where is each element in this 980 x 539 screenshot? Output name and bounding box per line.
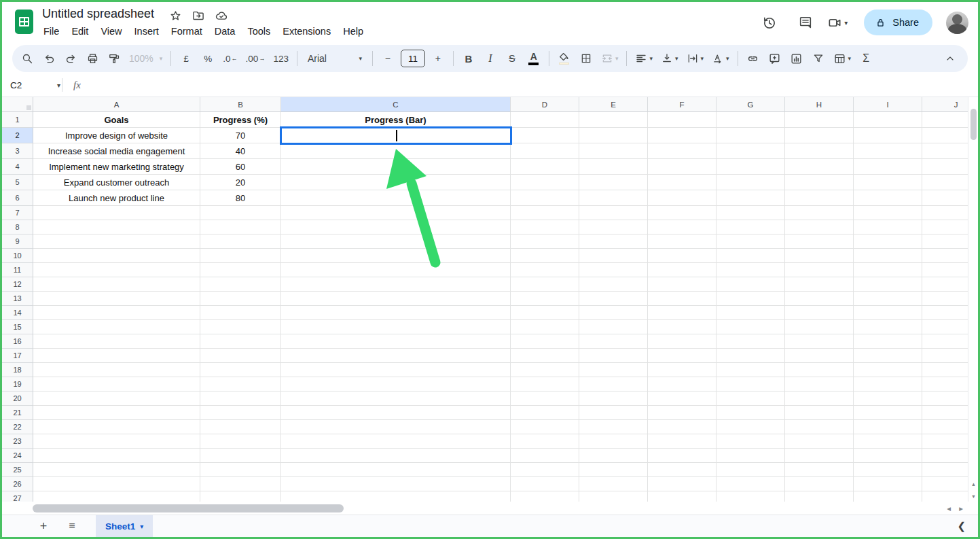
cell-A7[interactable] bbox=[33, 206, 200, 220]
cell-E15[interactable] bbox=[579, 320, 648, 334]
cell-F7[interactable] bbox=[648, 206, 716, 220]
row-header-6[interactable]: 6 bbox=[2, 190, 33, 206]
increase-font-size-button[interactable]: + bbox=[428, 48, 448, 69]
cell-F16[interactable] bbox=[648, 334, 716, 349]
cell-H9[interactable] bbox=[785, 234, 854, 249]
cell-B23[interactable] bbox=[200, 434, 281, 449]
cell-I22[interactable] bbox=[854, 420, 922, 434]
cell-I11[interactable] bbox=[854, 263, 922, 277]
row-header-7[interactable]: 7 bbox=[2, 206, 33, 220]
cell-D15[interactable] bbox=[511, 320, 579, 334]
cell-B7[interactable] bbox=[200, 206, 281, 220]
row-header-26[interactable]: 26 bbox=[2, 477, 33, 491]
cell-F20[interactable] bbox=[648, 392, 716, 406]
cell-D21[interactable] bbox=[511, 406, 579, 420]
cell-G19[interactable] bbox=[716, 377, 785, 392]
cell-B24[interactable] bbox=[200, 449, 281, 463]
cell-H18[interactable] bbox=[785, 363, 854, 377]
cell-D1[interactable] bbox=[511, 112, 579, 128]
cell-J5[interactable] bbox=[922, 175, 970, 190]
cell-G12[interactable] bbox=[716, 277, 785, 292]
select-all-corner[interactable] bbox=[2, 97, 33, 112]
format-currency-button[interactable]: £ bbox=[176, 48, 196, 69]
cell-E11[interactable] bbox=[579, 263, 648, 277]
cell-J10[interactable] bbox=[922, 249, 970, 263]
cell-A14[interactable] bbox=[33, 306, 200, 320]
row-header-23[interactable]: 23 bbox=[2, 434, 33, 449]
cell-F25[interactable] bbox=[648, 463, 716, 477]
cell-C8[interactable] bbox=[281, 220, 511, 234]
table-views-button[interactable]: ▾ bbox=[830, 48, 855, 69]
cell-I1[interactable] bbox=[854, 112, 922, 128]
row-header-2[interactable]: 2 bbox=[2, 128, 33, 143]
column-header-J[interactable]: J bbox=[922, 97, 970, 112]
row-header-5[interactable]: 5 bbox=[2, 175, 33, 190]
row-header-4[interactable]: 4 bbox=[2, 159, 33, 175]
cell-B15[interactable] bbox=[200, 320, 281, 334]
cell-C1[interactable]: Progress (Bar) bbox=[281, 112, 511, 128]
cell-J22[interactable] bbox=[922, 420, 970, 434]
cell-J8[interactable] bbox=[922, 220, 970, 234]
cell-E8[interactable] bbox=[579, 220, 648, 234]
cell-C11[interactable] bbox=[281, 263, 511, 277]
cell-A16[interactable] bbox=[33, 334, 200, 349]
cell-B11[interactable] bbox=[200, 263, 281, 277]
cell-A17[interactable] bbox=[33, 349, 200, 363]
menu-tools[interactable]: Tools bbox=[241, 24, 276, 39]
cell-C7[interactable] bbox=[281, 206, 511, 220]
cell-D22[interactable] bbox=[511, 420, 579, 434]
cell-B3[interactable]: 40 bbox=[200, 143, 281, 159]
menu-format[interactable]: Format bbox=[165, 24, 208, 39]
cell-H6[interactable] bbox=[785, 190, 854, 206]
row-header-10[interactable]: 10 bbox=[2, 249, 33, 263]
cell-C17[interactable] bbox=[281, 349, 511, 363]
cell-H1[interactable] bbox=[785, 112, 854, 128]
formula-input[interactable] bbox=[86, 73, 978, 97]
star-icon[interactable] bbox=[168, 9, 182, 22]
cell-F6[interactable] bbox=[648, 190, 716, 206]
cell-D2[interactable] bbox=[511, 128, 579, 143]
row-header-14[interactable]: 14 bbox=[2, 306, 33, 320]
cell-H26[interactable] bbox=[785, 477, 854, 491]
cell-G15[interactable] bbox=[716, 320, 785, 334]
scroll-down-icon[interactable]: ▼ bbox=[968, 493, 979, 500]
column-header-E[interactable]: E bbox=[579, 97, 648, 112]
cell-J4[interactable] bbox=[922, 159, 970, 175]
cell-B10[interactable] bbox=[200, 249, 281, 263]
cell-D18[interactable] bbox=[511, 363, 579, 377]
cell-F14[interactable] bbox=[648, 306, 716, 320]
cell-I21[interactable] bbox=[854, 406, 922, 420]
column-header-I[interactable]: I bbox=[854, 97, 922, 112]
cell-F24[interactable] bbox=[648, 449, 716, 463]
cell-G3[interactable] bbox=[716, 143, 785, 159]
row-header-19[interactable]: 19 bbox=[2, 377, 33, 392]
cell-I25[interactable] bbox=[854, 463, 922, 477]
cell-E20[interactable] bbox=[579, 392, 648, 406]
format-percent-button[interactable]: % bbox=[198, 48, 218, 69]
cell-C21[interactable] bbox=[281, 406, 511, 420]
cell-I16[interactable] bbox=[854, 334, 922, 349]
cell-F4[interactable] bbox=[648, 159, 716, 175]
merge-cells-button[interactable]: ▾ bbox=[598, 48, 622, 69]
horizontal-align-button[interactable]: ▾ bbox=[632, 48, 656, 69]
cell-B9[interactable] bbox=[200, 234, 281, 249]
cell-F22[interactable] bbox=[648, 420, 716, 434]
insert-comment-button[interactable] bbox=[765, 48, 785, 69]
cell-C23[interactable] bbox=[281, 434, 511, 449]
increase-decimal-button[interactable]: .00→ bbox=[242, 48, 269, 69]
cell-J19[interactable] bbox=[922, 377, 970, 392]
cell-D24[interactable] bbox=[511, 449, 579, 463]
cell-E13[interactable] bbox=[579, 292, 648, 306]
cell-F19[interactable] bbox=[648, 377, 716, 392]
cell-C25[interactable] bbox=[281, 463, 511, 477]
cell-F18[interactable] bbox=[648, 363, 716, 377]
cell-F11[interactable] bbox=[648, 263, 716, 277]
cell-E22[interactable] bbox=[579, 420, 648, 434]
horizontal-scrollbar[interactable]: ◀ ▶ bbox=[2, 502, 978, 515]
cell-H2[interactable] bbox=[785, 128, 854, 143]
row-header-1[interactable]: 1 bbox=[2, 112, 33, 128]
cell-I3[interactable] bbox=[854, 143, 922, 159]
cell-J6[interactable] bbox=[922, 190, 970, 206]
redo-button[interactable] bbox=[60, 48, 81, 69]
row-header-24[interactable]: 24 bbox=[2, 449, 33, 463]
